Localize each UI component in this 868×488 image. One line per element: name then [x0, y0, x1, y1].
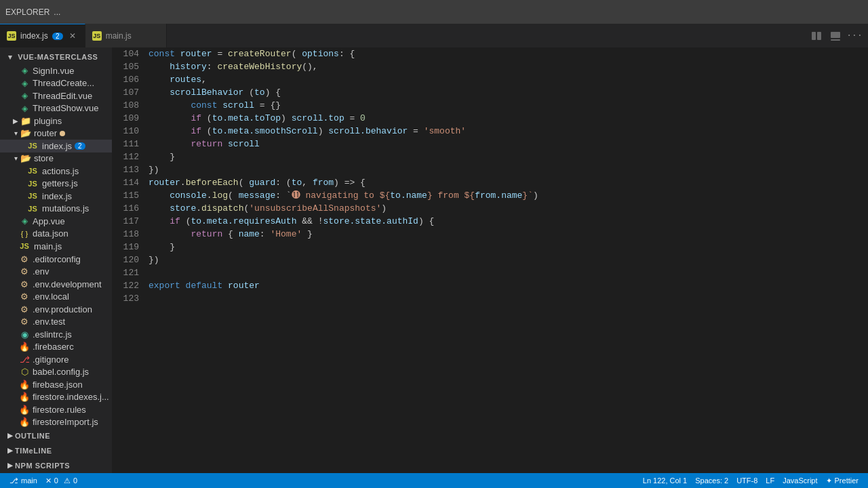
sidebar-item-threadedit-vue[interactable]: ◈ ThreadEdit.vue — [0, 89, 112, 102]
firebase-icon: 🔥 — [19, 379, 30, 390]
code-line: store.dispatch('unsubscribeAllSnapshots'… — [149, 202, 861, 215]
js-icon: JS — [27, 140, 38, 151]
modified-dot — [60, 131, 65, 136]
status-position[interactable]: Ln 122, Col 1 — [639, 476, 691, 485]
code-content[interactable]: const router = createRouter( options: { … — [146, 47, 861, 473]
sidebar-item-threadcreate-vue[interactable]: ◈ ThreadCreate... — [0, 77, 112, 90]
status-errors[interactable]: ✕ 0 ⚠ 0 — [41, 476, 81, 485]
chevron-right-icon: ▶ — [5, 461, 15, 470]
sidebar-item-index-js-store[interactable]: JS index.js — [0, 190, 112, 203]
sidebar-item-firestore-rules[interactable]: 🔥 firestore.rules — [0, 403, 112, 416]
babel-icon: ⬡ — [19, 367, 30, 378]
main-layout: ▾ VUE-MASTERCLASS ◈ SignIn.vue ◈ ThreadC… — [0, 47, 868, 473]
toggle-panel-button[interactable] — [827, 28, 844, 44]
line-number: 112 — [117, 150, 139, 163]
js-icon: JS — [27, 190, 38, 201]
sidebar-item-env-test[interactable]: ⚙ .env.test — [0, 315, 112, 328]
env-icon: ⚙ — [19, 317, 30, 327]
tab-index-js-close[interactable]: ✕ — [67, 30, 78, 41]
env-icon: ⚙ — [19, 291, 30, 302]
tab-actions: ··· — [803, 24, 868, 47]
js-icon: JS — [27, 203, 38, 214]
sidebar-item-firestore-import[interactable]: 🔥 firestoreImport.js — [0, 415, 112, 428]
split-editor-button[interactable] — [808, 28, 825, 44]
sidebar-item-actions-js[interactable]: JS actions.js — [0, 165, 112, 178]
sidebar-item-signin-vue[interactable]: ◈ SignIn.vue — [0, 64, 112, 77]
line-number: 119 — [117, 241, 139, 253]
sidebar-item-gitignore[interactable]: ⎇ .gitignore — [0, 353, 112, 366]
line-number: 121 — [117, 266, 139, 279]
sidebar-item-threadshow-vue[interactable]: ◈ ThreadShow.vue — [0, 102, 112, 115]
sidebar-item-index-js-router[interactable]: JS index.js 2 — [0, 140, 112, 152]
sidebar-item-data-json[interactable]: { } data.json — [0, 228, 112, 241]
sidebar-section-outline[interactable]: ▶ OUTLINE — [0, 428, 112, 443]
line-number: 122 — [117, 279, 139, 292]
sidebar: ▾ VUE-MASTERCLASS ◈ SignIn.vue ◈ ThreadC… — [0, 47, 112, 473]
branch-icon: ⎇ — [9, 476, 18, 485]
sidebar-item-firestore-indexes[interactable]: 🔥 firestore.indexes.j... — [0, 390, 112, 403]
code-line: return { name: 'Home' } — [149, 228, 861, 241]
line-number: 120 — [117, 253, 139, 266]
title-bar-dots[interactable]: ... — [54, 7, 60, 17]
index-js-badge: 2 — [75, 142, 85, 150]
line-number: 110 — [117, 125, 139, 138]
code-line: if (to.meta.requiresAuth && !store.state… — [149, 215, 861, 228]
line-number: 107 — [117, 86, 139, 99]
sidebar-item-editorconfig[interactable]: ⚙ .editorconfig — [0, 253, 112, 266]
sidebar-item-env-local[interactable]: ⚙ .env.local — [0, 290, 112, 303]
status-spaces[interactable]: Spaces: 2 — [691, 476, 732, 485]
firebase-icon: 🔥 — [19, 392, 30, 403]
status-language[interactable]: JavaScript — [778, 476, 821, 485]
sidebar-item-mutations-js[interactable]: JS mutations.js — [0, 203, 112, 216]
sidebar-item-store[interactable]: ▾ 📂 store — [0, 152, 112, 165]
svg-rect-0 — [812, 32, 816, 40]
code-line: export default router — [149, 279, 861, 292]
explorer-label: EXPLORER — [5, 7, 50, 17]
sidebar-item-router[interactable]: ▾ 📂 router — [0, 127, 112, 140]
chevron-down-icon: ▾ — [11, 129, 20, 138]
status-line-ending[interactable]: LF — [762, 476, 778, 485]
env-icon: ⚙ — [19, 266, 30, 277]
sidebar-item-babel-config[interactable]: ⬡ babel.config.js — [0, 365, 112, 378]
eslint-icon: ◉ — [19, 329, 30, 340]
vue-icon: ◈ — [19, 90, 30, 101]
sidebar-item-getters-js[interactable]: JS getters.js — [0, 178, 112, 190]
status-branch[interactable]: ⎇ main — [5, 476, 41, 485]
sidebar-item-firebaserc[interactable]: 🔥 .firebaserc — [0, 340, 112, 353]
tab-main-js-label: main.js — [106, 31, 132, 41]
editor-area: 1041051061071081091101111121131141151161… — [112, 47, 868, 473]
line-number: 123 — [117, 292, 139, 305]
svg-rect-2 — [831, 32, 840, 38]
line-number: 104 — [117, 47, 139, 60]
title-bar: EXPLORER ... — [0, 0, 868, 24]
sidebar-header-chevron[interactable]: ▾ — [8, 53, 13, 61]
status-prettier[interactable]: ✦ Prettier — [822, 476, 863, 485]
sidebar-item-eslintrc[interactable]: ◉ .eslintrc.js — [0, 328, 112, 341]
sidebar-item-app-vue[interactable]: ◈ App.vue — [0, 215, 112, 228]
line-number: 108 — [117, 99, 139, 112]
sidebar-item-env[interactable]: ⚙ .env — [0, 265, 112, 278]
line-number: 109 — [117, 112, 139, 125]
code-line: }) — [149, 163, 861, 176]
tab-main-js[interactable]: JS main.js — [85, 24, 167, 47]
folder-open-icon: 📂 — [20, 128, 31, 139]
sidebar-section-timeline[interactable]: ▶ TIMeLINE — [0, 443, 112, 458]
line-number: 117 — [117, 215, 139, 228]
more-actions-button[interactable]: ··· — [846, 28, 863, 44]
sidebar-section-npm-scripts[interactable]: ▶ NPM SCRIPTS — [0, 458, 112, 473]
sidebar-item-main-js[interactable]: JS main.js — [0, 240, 112, 253]
error-icon: ✕ — [45, 476, 52, 485]
sidebar-item-env-development[interactable]: ⚙ .env.development — [0, 278, 112, 291]
code-line: const router = createRouter( options: { — [149, 47, 861, 60]
status-right: Ln 122, Col 1 Spaces: 2 UTF-8 LF JavaScr… — [639, 476, 863, 485]
line-number: 106 — [117, 73, 139, 86]
status-encoding[interactable]: UTF-8 — [732, 476, 762, 485]
prettier-icon: ✦ — [826, 476, 832, 485]
svg-rect-3 — [831, 39, 840, 41]
sidebar-item-firebase-json[interactable]: 🔥 firebase.json — [0, 378, 112, 391]
line-number: 115 — [117, 189, 139, 202]
sidebar-item-plugins[interactable]: ▶ 📁 plugins — [0, 115, 112, 127]
status-bar: ⎇ main ✕ 0 ⚠ 0 Ln 122, Col 1 Spaces: 2 U… — [0, 473, 868, 488]
sidebar-item-env-production[interactable]: ⚙ .env.production — [0, 303, 112, 316]
tab-index-js[interactable]: JS index.js 2 ✕ — [0, 24, 85, 47]
